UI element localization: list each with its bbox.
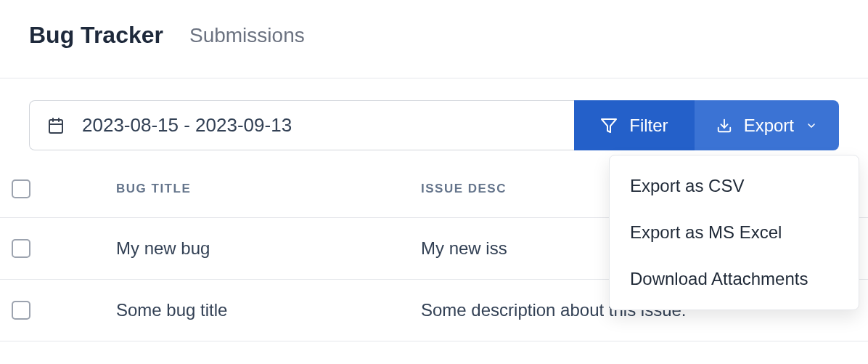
row-checkbox[interactable] xyxy=(12,239,30,258)
app-title: Bug Tracker xyxy=(29,22,163,49)
date-range-input[interactable]: 2023-08-15 - 2023-09-13 xyxy=(29,100,574,150)
export-label: Export xyxy=(744,116,794,136)
cell-bug-title: Some bug title xyxy=(44,300,421,320)
svg-rect-0 xyxy=(49,120,62,133)
column-bug-title: Bug Title xyxy=(44,182,421,196)
tab-submissions[interactable]: Submissions xyxy=(189,24,305,47)
export-excel-item[interactable]: Export as MS Excel xyxy=(610,209,859,256)
svg-marker-4 xyxy=(602,119,616,132)
filter-label: Filter xyxy=(629,116,668,136)
select-all-checkbox[interactable] xyxy=(12,179,30,198)
download-attachments-item[interactable]: Download Attachments xyxy=(610,256,859,302)
chevron-down-icon xyxy=(806,120,817,132)
cell-bug-title: My new bug xyxy=(44,238,421,259)
date-range-text: 2023-08-15 - 2023-09-13 xyxy=(82,114,292,137)
export-dropdown: Export as CSV Export as MS Excel Downloa… xyxy=(609,155,859,310)
toolbar: 2023-08-15 - 2023-09-13 Filter Export Ex… xyxy=(0,78,868,150)
filter-button[interactable]: Filter xyxy=(574,100,694,150)
export-button[interactable]: Export xyxy=(695,100,839,150)
calendar-icon xyxy=(47,117,65,134)
header: Bug Tracker Submissions xyxy=(0,0,868,78)
export-csv-item[interactable]: Export as CSV xyxy=(610,163,859,209)
filter-icon xyxy=(600,117,618,134)
download-icon xyxy=(716,118,732,134)
row-checkbox[interactable] xyxy=(12,301,30,320)
